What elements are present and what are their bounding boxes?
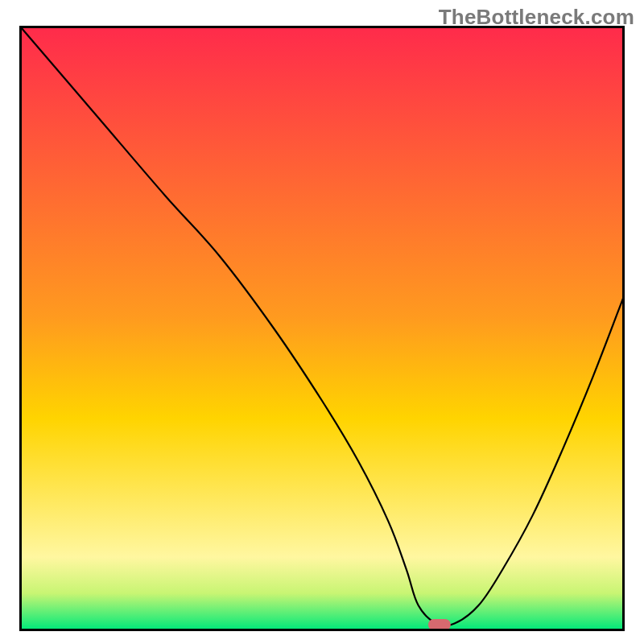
gradient-background bbox=[21, 27, 623, 630]
chart-svg bbox=[19, 26, 625, 631]
marker-pill bbox=[428, 619, 451, 630]
chart-container: TheBottleneck.com bbox=[0, 0, 644, 644]
chart-plot-area bbox=[19, 26, 625, 631]
